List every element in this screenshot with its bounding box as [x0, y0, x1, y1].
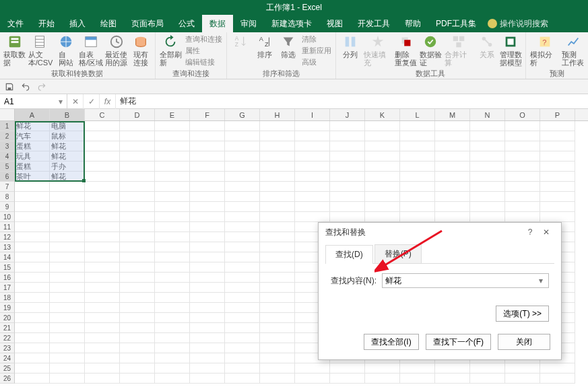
cell[interactable]: [295, 202, 330, 212]
cell[interactable]: [50, 353, 85, 363]
cell[interactable]: [260, 353, 295, 363]
cell[interactable]: [120, 121, 155, 131]
row-header[interactable]: 26: [0, 374, 15, 384]
name-box-dropdown-icon[interactable]: ▾: [59, 97, 63, 106]
from-web-button[interactable]: 自 网站: [56, 34, 76, 67]
cell[interactable]: [50, 303, 85, 313]
close-button[interactable]: 关闭: [498, 334, 550, 350]
cell[interactable]: 蛋糕: [15, 162, 50, 172]
cell[interactable]: 鲜花: [50, 151, 85, 162]
cell[interactable]: [505, 374, 540, 384]
cell[interactable]: [540, 121, 575, 131]
row-header[interactable]: 21: [0, 323, 15, 333]
row-header[interactable]: 13: [0, 242, 15, 252]
cell[interactable]: [50, 222, 85, 232]
cell[interactable]: [190, 353, 225, 363]
save-icon[interactable]: [4, 81, 15, 92]
cell[interactable]: [260, 121, 295, 131]
cell[interactable]: [50, 252, 85, 262]
cell[interactable]: [225, 273, 260, 283]
row-header[interactable]: 4: [0, 151, 15, 162]
cell[interactable]: [190, 242, 225, 252]
cell[interactable]: [120, 162, 155, 172]
cell[interactable]: [120, 343, 155, 353]
cell[interactable]: [540, 182, 575, 192]
cell[interactable]: [50, 374, 85, 384]
row-header[interactable]: 17: [0, 283, 15, 293]
find-what-input[interactable]: [385, 276, 536, 285]
row-header[interactable]: 23: [0, 343, 15, 353]
row-header[interactable]: 16: [0, 273, 15, 283]
cell[interactable]: [295, 212, 330, 222]
cell[interactable]: [365, 374, 400, 384]
cell[interactable]: [435, 212, 470, 222]
cell[interactable]: [50, 283, 85, 293]
cell[interactable]: [50, 343, 85, 353]
cell[interactable]: [225, 232, 260, 242]
cell[interactable]: [365, 202, 400, 212]
cell[interactable]: [120, 131, 155, 141]
cell[interactable]: [85, 172, 120, 182]
cell[interactable]: [120, 172, 155, 182]
tab-insert[interactable]: 插入: [62, 15, 93, 32]
cell[interactable]: [85, 182, 120, 192]
cell[interactable]: [435, 202, 470, 212]
cell[interactable]: [190, 333, 225, 343]
cell[interactable]: [260, 162, 295, 172]
cell[interactable]: [120, 353, 155, 363]
cell[interactable]: [15, 333, 50, 343]
cell[interactable]: [435, 182, 470, 192]
formula-input[interactable]: 鲜花: [116, 96, 588, 107]
cell[interactable]: [505, 151, 540, 162]
cell[interactable]: [15, 374, 50, 384]
tab-data[interactable]: 数据: [202, 15, 233, 32]
cell[interactable]: [155, 374, 190, 384]
cell[interactable]: [470, 363, 505, 374]
cell[interactable]: [85, 131, 120, 141]
cell[interactable]: [470, 162, 505, 172]
cell[interactable]: [260, 222, 295, 232]
cell[interactable]: [540, 212, 575, 222]
cell[interactable]: [50, 273, 85, 283]
cell[interactable]: [190, 212, 225, 222]
forecast-sheet-button[interactable]: 预测 工作表: [562, 34, 584, 67]
cell[interactable]: [225, 131, 260, 141]
cell[interactable]: [365, 172, 400, 182]
cell[interactable]: [330, 363, 365, 374]
cell[interactable]: [505, 172, 540, 182]
tab-formula[interactable]: 公式: [171, 15, 202, 32]
row-header[interactable]: 11: [0, 222, 15, 232]
cell[interactable]: [260, 232, 295, 242]
recent-sources-button[interactable]: 最近使 用的源: [106, 34, 127, 67]
cell[interactable]: [225, 262, 260, 273]
cell[interactable]: [50, 192, 85, 202]
cell[interactable]: [295, 192, 330, 202]
cell[interactable]: [260, 212, 295, 222]
existing-connections-button[interactable]: 现有 连接: [131, 34, 151, 67]
filter-button[interactable]: 筛选: [278, 34, 298, 59]
cell[interactable]: [540, 151, 575, 162]
relationships-button[interactable]: 关系: [477, 34, 497, 59]
cell[interactable]: [85, 151, 120, 162]
row-header[interactable]: 22: [0, 333, 15, 343]
col-header-L[interactable]: L: [400, 109, 435, 120]
cell[interactable]: [120, 374, 155, 384]
cell[interactable]: [155, 141, 190, 151]
cell[interactable]: [365, 121, 400, 131]
cell[interactable]: [295, 151, 330, 162]
cell[interactable]: 茶叶: [15, 172, 50, 182]
cell[interactable]: [155, 121, 190, 131]
cell[interactable]: [330, 192, 365, 202]
redo-icon[interactable]: [36, 81, 47, 92]
cell[interactable]: [120, 273, 155, 283]
cell[interactable]: 蛋糕: [15, 141, 50, 151]
remove-duplicates-button[interactable]: 删除 重复值: [395, 34, 417, 67]
cell[interactable]: [435, 192, 470, 202]
cell[interactable]: [260, 141, 295, 151]
tab-review[interactable]: 审阅: [233, 15, 264, 32]
cell[interactable]: [505, 363, 540, 374]
select-all-corner[interactable]: [0, 109, 15, 120]
tab-file[interactable]: 文件: [0, 15, 31, 32]
cell[interactable]: [225, 374, 260, 384]
cell[interactable]: [225, 363, 260, 374]
